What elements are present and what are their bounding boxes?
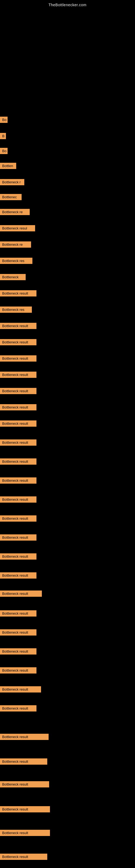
bottleneck-result-item: Bottleneck result [0, 458, 37, 465]
bottleneck-result-item: Bottleneck result [0, 854, 47, 860]
bottleneck-result-item: Bottleneck result [0, 516, 37, 522]
bottleneck-result-item: Bottleneck res [0, 258, 32, 264]
bottleneck-result-item: Bottleneck resul [0, 225, 35, 231]
bottleneck-result-item: Bo [0, 148, 8, 154]
bottleneck-result-item: Bottleneck result [0, 290, 37, 297]
bottleneck-result-item: Bottleneck result [0, 758, 47, 765]
bottleneck-result-item: Bottleneck result [0, 323, 37, 329]
bottleneck-result-item: Bottleneck result [0, 439, 37, 446]
bottleneck-result-item: Bottleneck result [0, 372, 37, 378]
bottleneck-result-item: Bottleneck result [0, 686, 41, 692]
bottleneck-result-item: Bottleneck result [0, 590, 42, 597]
bottleneck-result-item: Bottlen [0, 163, 16, 169]
bottleneck-result-item: Bottleneck result [0, 355, 37, 362]
bottleneck-result-item: Bottleneck result [0, 781, 49, 787]
bottleneck-result-item: B [0, 133, 6, 139]
bottleneck-result-item: Bottleneck result [0, 806, 50, 812]
bottleneck-result-item: Bottleneck result [0, 610, 37, 617]
bottleneck-result-item: Bottleneck result [0, 705, 37, 712]
site-title: TheBottlenecker.com [0, 0, 135, 7]
bottleneck-result-item: Bottleneck result [0, 648, 37, 654]
bottleneck-result-item: Bottleneck result [0, 629, 37, 636]
bottleneck-result-item: Bottleneck result [0, 339, 37, 345]
bottleneck-result-item: Bottleneck res [0, 307, 32, 313]
bottleneck-result-item: Bottleneck result [0, 667, 37, 674]
bottleneck-result-item: Bottleneck [0, 274, 26, 280]
bottleneck-result-item: Bottleneck result [0, 553, 37, 560]
bottleneck-result-item: Bottleneck re [0, 241, 31, 248]
bottleneck-result-item: Bo [0, 117, 8, 123]
bottleneck-result-item: Bottleneck result [0, 830, 50, 836]
bottleneck-result-item: Bottleneck re [0, 209, 30, 215]
bottleneck-result-item: Bottlenec [0, 194, 21, 200]
bottleneck-result-item: Bottleneck result [0, 404, 37, 410]
bottleneck-result-item: Bottleneck result [0, 388, 37, 394]
bottleneck-result-item: Bottleneck result [0, 477, 37, 484]
bottleneck-result-item: Bottleneck result [0, 496, 37, 503]
bottleneck-result-item: Bottleneck result [0, 534, 37, 540]
bottleneck-result-item: Bottleneck result [0, 734, 49, 740]
bottleneck-result-item: Bottleneck result [0, 421, 37, 427]
bottleneck-result-item: Bottleneck r [0, 179, 24, 185]
bottleneck-result-item: Bottleneck result [0, 572, 37, 579]
